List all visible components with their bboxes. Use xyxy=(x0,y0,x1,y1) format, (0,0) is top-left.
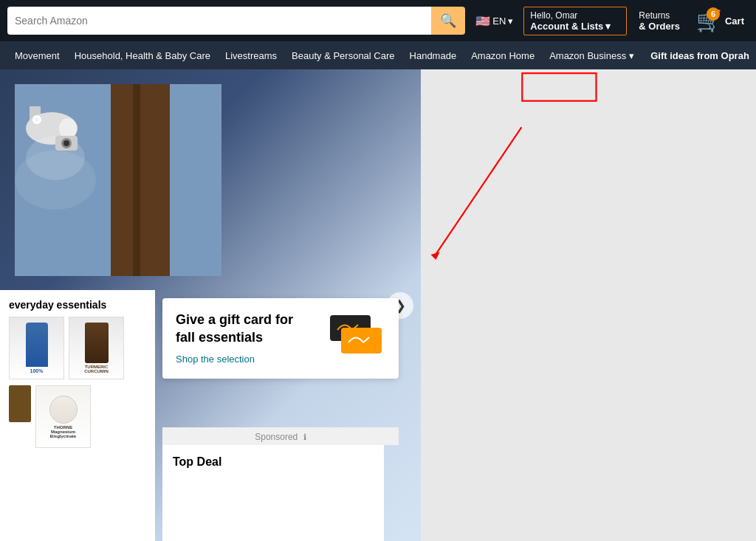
nav-item-livestreams[interactable]: Livestreams xyxy=(218,41,284,69)
gift-card-content: Give a gift card for fall essentials Sho… xyxy=(176,311,316,365)
nav-item-beauty[interactable]: Beauty & Personal Care xyxy=(284,41,402,69)
left-product-strip: everyday essentials 100% TURMERICCURCUMI… xyxy=(0,290,155,541)
navigation-bar: Movement Household, Health & Baby Care L… xyxy=(0,41,756,69)
search-input[interactable] xyxy=(7,7,431,35)
product-row: 100% TURMERICCURCUMIN xyxy=(9,317,146,379)
left-strip-title: everyday essentials xyxy=(9,299,146,311)
svg-point-9 xyxy=(35,117,39,122)
product-image-1: 100% xyxy=(9,317,64,379)
svg-point-7 xyxy=(59,118,77,139)
business-dropdown-icon: ▾ xyxy=(629,50,634,61)
nav-item-handmade[interactable]: Handmade xyxy=(402,41,464,69)
nav-item-household[interactable]: Household, Health & Baby Care xyxy=(67,41,218,69)
gift-card-link[interactable]: Shop the selection xyxy=(176,354,255,365)
nav-item-movement[interactable]: Movement xyxy=(7,41,67,69)
nav-item-amazon-home[interactable]: Amazon Home xyxy=(464,41,542,69)
returns-orders-button[interactable]: Returns & Orders xyxy=(633,7,686,35)
cart-button[interactable]: 🛒 6 Cart xyxy=(692,6,749,36)
main-content: ❯ everyday essentials 100% TURMERICCURCU… xyxy=(0,69,756,541)
info-icon: ℹ xyxy=(303,433,306,441)
product-image-4: THORNEMagnesiumBisglycinate xyxy=(35,385,91,448)
product-image-2: TURMERICCURCUMIN xyxy=(69,317,124,379)
gift-card-title: Give a gift card for fall essentials xyxy=(176,311,316,346)
svg-point-11 xyxy=(15,151,96,210)
gift-card-popup: Give a gift card for fall essentials Sho… xyxy=(162,298,399,379)
hero-image xyxy=(15,84,221,276)
cart-label: Cart xyxy=(725,15,744,27)
account-dropdown-icon: ▾ xyxy=(605,21,611,32)
account-label: Account & Lists ▾ xyxy=(530,21,620,32)
svg-point-14 xyxy=(63,140,69,146)
account-lists-button[interactable]: Hello, Omar Account & Lists ▾ xyxy=(523,7,627,35)
search-bar: 🔍 xyxy=(7,7,465,35)
lang-code: EN xyxy=(492,15,506,27)
search-button[interactable]: 🔍 xyxy=(431,7,465,35)
orders-label: & Orders xyxy=(639,21,680,32)
top-deal-label: Top Deal xyxy=(173,455,374,469)
gift-card-image xyxy=(326,311,385,356)
returns-label: Returns xyxy=(639,10,680,21)
top-deal-card: Top Deal xyxy=(162,445,384,541)
product-row-2: THORNEMagnesiumBisglycinate xyxy=(9,385,146,448)
sponsored-label: Sponsored ℹ xyxy=(162,427,399,445)
cart-count-badge: 6 xyxy=(707,7,720,21)
search-icon: 🔍 xyxy=(440,13,456,29)
product-image-3 xyxy=(9,385,31,422)
account-hello: Hello, Omar xyxy=(530,10,620,21)
svg-rect-4 xyxy=(170,84,221,276)
right-panel xyxy=(421,69,756,541)
nav-item-amazon-business[interactable]: Amazon Business ▾ xyxy=(542,41,642,69)
chevron-down-icon: ▾ xyxy=(508,15,513,27)
svg-rect-2 xyxy=(133,84,140,276)
nav-item-gift-ideas[interactable]: Gift ideas from Oprah xyxy=(642,41,756,69)
language-selector[interactable]: 🇺🇸 EN ▾ xyxy=(471,11,518,31)
flag-icon: 🇺🇸 xyxy=(475,14,490,28)
header: 🔍 🇺🇸 EN ▾ Hello, Omar Account & Lists ▾ … xyxy=(0,0,756,41)
